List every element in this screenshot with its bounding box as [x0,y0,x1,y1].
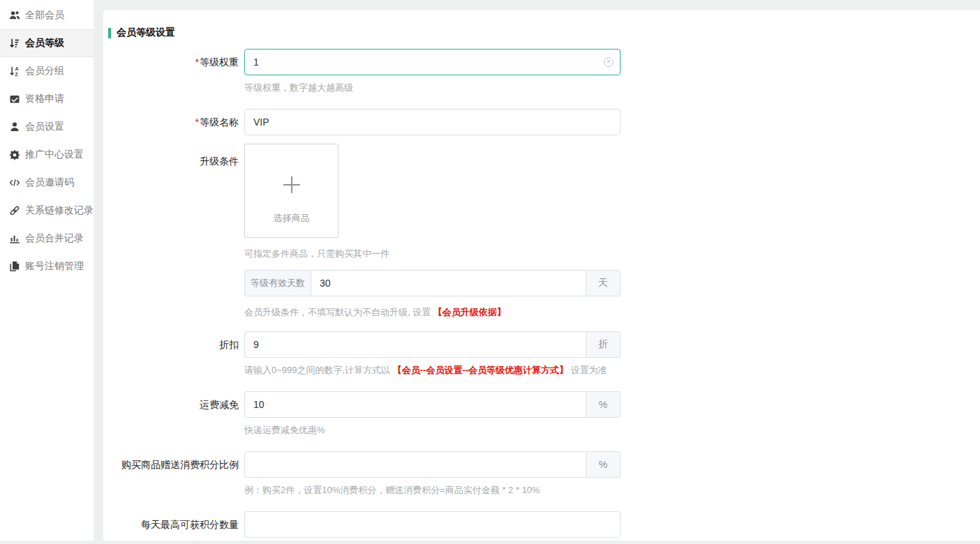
svg-text:Z: Z [15,72,19,77]
sidebar-item-member-levels[interactable]: 会员等级 [0,29,94,57]
sidebar-item-label: 会员合并记录 [25,232,84,245]
clear-icon[interactable]: × [604,57,614,67]
discount-unit-label: 折 [586,331,621,358]
weight-input[interactable] [244,49,621,75]
points-ratio-unit-label: % [586,451,621,478]
select-product-button[interactable]: 选择商品 [244,144,339,238]
valid-days-prepend-label: 等级有效天数 [244,270,311,296]
sidebar-item-member-groups[interactable]: A Z 会员分组 [0,57,94,85]
sidebar-item-label: 会员分组 [25,65,64,77]
sidebar-item-label: 会员设置 [25,121,64,133]
sidebar-item-promotion-settings[interactable]: 推广中心设置 [0,141,94,169]
member-level-form: *等级权重 × 等级权重，数字越大越高级 *等级名称 升级条件 [103,49,980,541]
sidebar: 全部会员 会员等级 A Z 会员分组 [0,0,94,541]
field-label-points-ratio: 购买商品赠送消费积分比例 [103,451,239,497]
discount-input[interactable] [244,331,586,358]
sidebar-item-label: 会员等级 [25,37,64,50]
content-card: 会员等级设置 *等级权重 × 等级权重，数字越大越高级 *等级名称 [103,10,980,541]
field-row-weight: *等级权重 × 等级权重，数字越大越高级 [103,49,980,94]
sidebar-item-account-cancel[interactable]: 账号注销管理 [0,252,94,280]
sidebar-item-member-settings[interactable]: 会员设置 [0,113,94,141]
plus-icon [283,176,300,193]
field-row-points-ratio: 购买商品赠送消费积分比例 % 例：购买2件，设置10%消费积分，赠送消费积分=商… [103,451,980,497]
daily-points-input[interactable] [244,511,621,538]
code-icon [9,177,20,188]
sidebar-item-invite-code[interactable]: 会员邀请码 [0,169,94,197]
upgrade-help-text: 可指定多件商品，只需购买其中一件 [244,248,621,260]
sidebar-item-qualification[interactable]: 资格申请 [0,85,94,113]
field-row-discount: 折扣 折 请输入0~999之间的数字,计算方式以 【会员--会员设置--会员等级… [103,331,980,377]
shipping-input[interactable] [244,391,586,418]
sidebar-item-merge-log[interactable]: 会员合并记录 [0,225,94,252]
sidebar-item-label: 推广中心设置 [25,149,84,161]
weight-help-text: 等级权重，数字越大越高级 [244,82,621,94]
sort-amount-icon [9,38,20,49]
points-ratio-group: % [244,451,621,478]
title-accent-bar [108,28,111,38]
points-ratio-help-text: 例：购买2件，设置10%消费积分，赠送消费积分=商品实付金额 * 2 * 10% [244,484,621,497]
valid-days-unit-label: 天 [586,270,621,296]
page-title: 会员等级设置 [108,27,980,39]
users-icon [9,10,20,21]
field-label-upgrade: 升级条件 [103,144,239,319]
sidebar-item-label: 关系链修改记录 [25,204,94,217]
sidebar-item-all-members[interactable]: 全部会员 [0,1,94,29]
shipping-unit-label: % [586,391,621,418]
valid-days-group: 等级有效天数 天 [244,270,621,296]
discount-group: 折 [244,331,621,358]
field-row-daily-points: 每天最高可获积分数量 填0或者不填即不限制,（商品赠送、订单赠送、后台充值、充值… [103,511,980,541]
shipping-group: % [244,391,621,418]
discount-calc-link[interactable]: 【会员--会员设置--会员等级优惠计算方式】 [393,365,568,375]
points-ratio-input[interactable] [244,451,586,478]
field-row-shipping: 运费减免 % 快递运费减免优惠% [103,391,980,437]
shipping-help-text: 快递运费减免优惠% [244,424,621,437]
field-label-shipping: 运费减免 [103,391,239,437]
field-row-upgrade: 升级条件 选择商品 可指定多件商品，只需购买其中一件 等级有效天数 天 会员升级… [103,144,980,319]
upgrade-basis-link[interactable]: 【会员升级依据】 [433,307,506,317]
sidebar-item-relation-log[interactable]: 关系链修改记录 [0,197,94,225]
field-label-weight: *等级权重 [103,49,239,94]
page-title-text: 会员等级设置 [117,27,175,39]
svg-text:A: A [15,66,19,71]
valid-days-help-text: 会员升级条件，不填写默认为不自动升级, 设置 【会员升级依据】 [244,306,621,319]
field-row-name: *等级名称 [103,109,980,135]
field-label-discount: 折扣 [103,331,239,377]
clipboard-check-icon [9,93,20,105]
required-mark: * [195,56,199,68]
bar-chart-icon [9,233,20,244]
sidebar-item-label: 账号注销管理 [25,260,84,273]
field-label-daily-points: 每天最高可获积分数量 [103,511,239,541]
link-icon [9,205,20,216]
select-product-label: 选择商品 [245,212,338,225]
valid-days-input[interactable] [311,270,586,296]
sidebar-item-label: 全部会员 [25,9,64,22]
level-name-input[interactable] [244,109,621,135]
file-copy-icon [9,261,20,272]
field-label-name: *等级名称 [103,109,239,135]
sidebar-item-label: 资格申请 [25,93,64,105]
gear-icon [9,149,20,160]
sort-alpha-icon: A Z [9,66,20,77]
sidebar-item-label: 会员邀请码 [25,176,74,189]
discount-help-text: 请输入0~999之间的数字,计算方式以 【会员--会员设置--会员等级优惠计算方… [244,364,621,377]
user-icon [9,121,20,133]
required-mark: * [195,116,199,128]
